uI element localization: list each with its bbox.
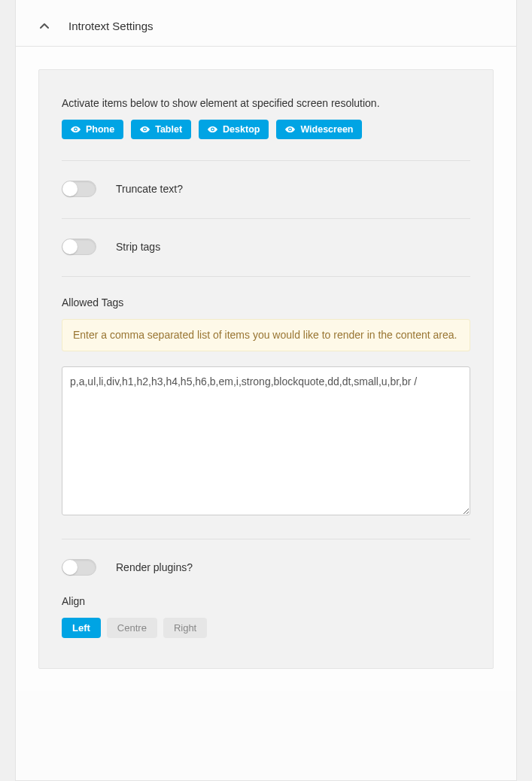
eye-icon [208, 126, 217, 133]
truncate-label: Truncate text? [116, 183, 183, 195]
align-label: Align [62, 595, 470, 607]
allowed-tags-textarea[interactable] [62, 366, 470, 515]
widescreen-label: Widescreen [300, 124, 353, 135]
desktop-label: Desktop [223, 124, 260, 135]
align-left-button[interactable]: Left [62, 618, 101, 638]
svg-point-1 [144, 129, 145, 130]
desktop-button[interactable]: Desktop [199, 120, 269, 139]
align-centre-button[interactable]: Centre [107, 618, 157, 638]
tablet-button[interactable]: Tablet [131, 120, 191, 139]
allowed-tags-help: Enter a comma separated list of items yo… [62, 319, 470, 351]
strip-toggle[interactable] [62, 239, 96, 255]
truncate-row: Truncate text? [62, 181, 470, 197]
svg-point-2 [211, 129, 213, 130]
render-toggle[interactable] [62, 559, 96, 576]
toggle-knob [62, 239, 78, 254]
settings-card: Activate items below to show element at … [38, 69, 494, 669]
resolution-hint: Activate items below to show element at … [62, 97, 470, 109]
render-label: Render plugins? [116, 561, 193, 573]
svg-point-0 [74, 129, 76, 130]
tablet-label: Tablet [155, 124, 182, 135]
strip-row: Strip tags [62, 239, 470, 255]
phone-button[interactable]: Phone [62, 120, 123, 139]
section-title: Introtext Settings [68, 20, 154, 32]
resolution-buttons: Phone Tablet Desktop [62, 120, 470, 139]
settings-panel: Introtext Settings Activate items below … [15, 0, 517, 781]
widescreen-button[interactable]: Widescreen [276, 120, 362, 139]
eye-icon [285, 126, 295, 133]
render-row: Render plugins? [62, 559, 470, 576]
divider [62, 539, 470, 539]
section-body: Activate items below to show element at … [16, 47, 516, 691]
eye-icon [71, 126, 81, 133]
divider [62, 276, 470, 277]
toggle-knob [62, 560, 78, 575]
eye-icon [140, 126, 150, 133]
allowed-tags-label: Allowed Tags [62, 296, 470, 308]
divider [62, 218, 470, 219]
chevron-up-icon [40, 22, 49, 31]
align-right-button[interactable]: Right [163, 618, 207, 638]
svg-point-3 [290, 129, 291, 130]
align-segmented: Left Centre Right [62, 618, 470, 638]
toggle-knob [62, 181, 78, 196]
phone-label: Phone [86, 124, 114, 135]
truncate-toggle[interactable] [62, 181, 96, 197]
top-spacer [16, 0, 516, 8]
strip-label: Strip tags [116, 241, 160, 253]
divider [62, 160, 470, 161]
section-header[interactable]: Introtext Settings [16, 8, 516, 47]
